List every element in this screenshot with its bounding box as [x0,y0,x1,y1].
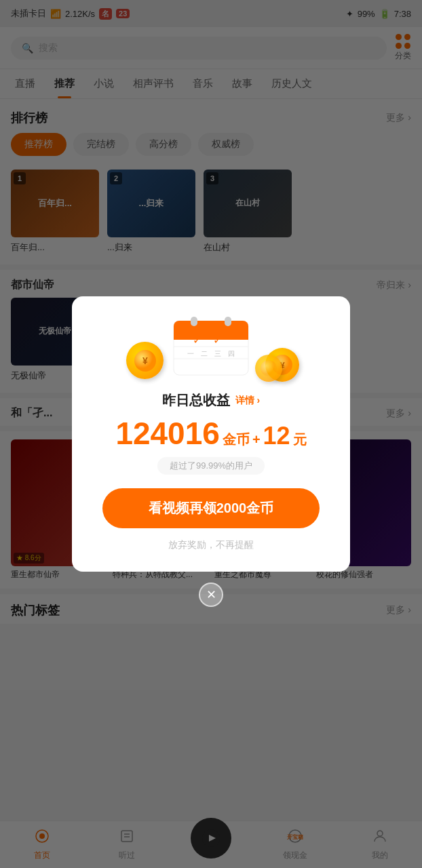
svg-rect-16 [225,317,231,326]
svg-text:四: 四 [228,350,235,357]
svg-text:¥: ¥ [142,355,148,366]
modal-detail-link[interactable]: 详情 › [235,395,261,407]
svg-text:二: 二 [201,350,208,357]
modal-top-image: ¥ ✓ [72,296,350,384]
yuan-unit: 元 [293,431,307,449]
coin-left: ¥ [126,342,164,379]
svg-text:✓: ✓ [213,334,222,346]
svg-text:三: 三 [214,350,221,357]
watch-video-button[interactable]: 看视频再领2000金币 [102,488,320,528]
svg-text:一: 一 [187,350,194,357]
percentile-text: 超过了99.99%的用户 [157,457,265,475]
coin-right: ¥ [255,348,299,382]
earnings-row: 124016 金币 + 12 元 [72,418,350,449]
plus-label: + [252,432,261,448]
gold-unit: 金币 [223,431,250,449]
modal-title: 昨日总收益 详情 › [72,391,350,410]
svg-point-27 [261,360,277,376]
calendar-graphic: ✓ ✓ 一 二 三 四 [167,307,255,384]
earnings-modal: ¥ ✓ [72,296,350,572]
modal-title-text: 昨日总收益 [162,391,230,410]
modal-overlay[interactable]: ¥ ✓ [0,0,422,868]
yuan-amount: 12 [263,424,290,448]
svg-text:✓: ✓ [193,334,202,346]
close-icon: ✕ [206,587,216,602]
svg-rect-14 [174,332,248,340]
close-button[interactable]: ✕ [199,583,223,607]
svg-rect-15 [191,317,197,326]
gold-amount: 124016 [115,418,220,449]
percentile-container: 超过了99.99%的用户 [72,453,350,488]
dismiss-text[interactable]: 放弃奖励，不再提醒 [72,539,350,551]
